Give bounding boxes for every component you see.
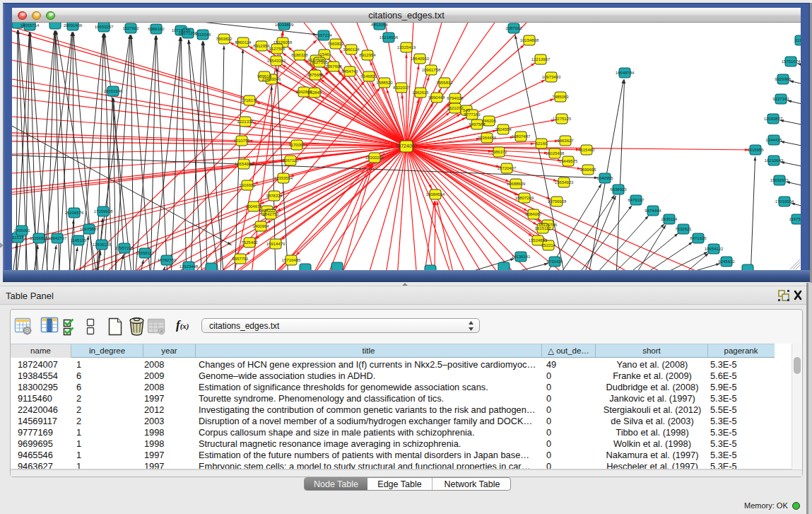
svg-text:10961758: 10961758 <box>422 68 441 72</box>
svg-text:9657791: 9657791 <box>232 257 249 261</box>
svg-text:7485063: 7485063 <box>552 95 569 99</box>
svg-text:1733426: 1733426 <box>546 259 563 264</box>
svg-text:746206: 746206 <box>482 119 497 123</box>
svg-text:8322037: 8322037 <box>393 86 410 90</box>
svg-text:2718176: 2718176 <box>241 98 258 103</box>
svg-text:10958117: 10958117 <box>136 251 155 255</box>
svg-text:7386372: 7386372 <box>490 150 507 154</box>
svg-text:1400994: 1400994 <box>252 224 269 228</box>
svg-text:10654985: 10654985 <box>235 162 254 166</box>
svg-text:9146821: 9146821 <box>360 74 377 78</box>
svg-text:6966160: 6966160 <box>148 27 165 31</box>
svg-text:9245612: 9245612 <box>718 259 735 264</box>
svg-text:12213967: 12213967 <box>531 57 551 62</box>
svg-text:1167535: 1167535 <box>789 217 801 221</box>
svg-text:15751074: 15751074 <box>782 59 801 64</box>
svg-text:7955812: 7955812 <box>436 81 453 85</box>
svg-text:13449575: 13449575 <box>559 159 578 163</box>
svg-text:26206576: 26206576 <box>65 211 84 215</box>
svg-text:8454749: 8454749 <box>341 69 358 74</box>
svg-text:7663822: 7663822 <box>327 42 344 46</box>
svg-text:11123: 11123 <box>795 38 801 42</box>
svg-text:10975887: 10975887 <box>80 227 99 231</box>
svg-text:8186328: 8186328 <box>291 53 308 57</box>
svg-text:9329966: 9329966 <box>775 77 792 81</box>
svg-text:242845: 242845 <box>307 90 322 95</box>
svg-text:62160: 62160 <box>536 141 548 146</box>
svg-text:1621072: 1621072 <box>447 106 464 110</box>
svg-text:18724007: 18724007 <box>395 144 417 148</box>
svg-text:10653257: 10653257 <box>95 25 114 29</box>
svg-text:15716485: 15716485 <box>282 258 301 262</box>
svg-text:9990448: 9990448 <box>428 95 445 100</box>
svg-text:10654122: 10654122 <box>705 247 724 251</box>
svg-text:10688609: 10688609 <box>507 182 526 186</box>
svg-text:3875685: 3875685 <box>307 73 324 77</box>
svg-text:1170065: 1170065 <box>289 143 306 147</box>
svg-text:15692971: 15692971 <box>770 178 789 182</box>
svg-text:16210643: 16210643 <box>765 158 784 163</box>
svg-text:989618: 989618 <box>257 74 272 78</box>
svg-text:1010755: 1010755 <box>233 139 250 143</box>
svg-text:7357224: 7357224 <box>315 33 332 37</box>
svg-text:20364456: 20364456 <box>478 136 497 140</box>
svg-text:7515546: 7515546 <box>194 33 211 37</box>
svg-text:10025438: 10025438 <box>546 151 565 156</box>
svg-text:9915371: 9915371 <box>12 235 26 240</box>
svg-text:13524851: 13524851 <box>529 238 548 243</box>
svg-text:12353594: 12353594 <box>274 176 293 180</box>
svg-text:18807249: 18807249 <box>515 196 534 200</box>
svg-text:12923448: 12923448 <box>180 264 199 269</box>
svg-text:8912954: 8912954 <box>359 53 376 57</box>
svg-text:10807487: 10807487 <box>512 134 531 139</box>
svg-text:9463627: 9463627 <box>557 139 574 143</box>
svg-text:252214: 252214 <box>541 243 556 247</box>
svg-text:19756928: 19756928 <box>548 199 567 204</box>
svg-text:7625402: 7625402 <box>241 240 258 245</box>
svg-text:16782759: 16782759 <box>158 258 177 262</box>
svg-text:6794028: 6794028 <box>447 96 464 100</box>
svg-text:13325419: 13325419 <box>397 45 416 49</box>
svg-text:6479197: 6479197 <box>628 198 645 202</box>
svg-text:8813054: 8813054 <box>371 23 388 27</box>
svg-text:11156829: 11156829 <box>30 236 48 240</box>
svg-text:8860124: 8860124 <box>235 40 252 45</box>
svg-text:9084067: 9084067 <box>525 212 542 216</box>
svg-text:14136141: 14136141 <box>512 255 531 259</box>
svg-text:1640955: 1640955 <box>596 176 613 180</box>
svg-text:13654923: 13654923 <box>555 180 574 185</box>
svg-text:1546: 1546 <box>319 52 329 57</box>
svg-text:12505135: 12505135 <box>93 243 112 247</box>
svg-text:9842752: 9842752 <box>262 212 279 216</box>
svg-text:9474444: 9474444 <box>645 209 661 213</box>
svg-text:2935114: 2935114 <box>661 217 678 221</box>
svg-text:6938923: 6938923 <box>610 187 627 192</box>
svg-text:1916682: 1916682 <box>239 183 256 187</box>
svg-text:19218506: 19218506 <box>379 35 399 40</box>
svg-text:12093877: 12093877 <box>764 117 783 121</box>
svg-text:8471626: 8471626 <box>690 236 707 240</box>
svg-text:1221338: 1221338 <box>237 119 254 124</box>
svg-text:8912954: 8912954 <box>253 44 270 48</box>
svg-text:3960124: 3960124 <box>343 47 360 52</box>
svg-text:3878334: 3878334 <box>266 194 283 198</box>
svg-text:1615112: 1615112 <box>535 226 552 230</box>
svg-text:16543362: 16543362 <box>267 59 286 63</box>
svg-text:2087662: 2087662 <box>505 26 522 30</box>
svg-text:17359928: 17359928 <box>94 209 113 214</box>
svg-text:7663822: 7663822 <box>216 37 233 41</box>
svg-text:15720407: 15720407 <box>498 166 517 170</box>
svg-text:17957225: 17957225 <box>115 246 134 250</box>
svg-text:1527602: 1527602 <box>122 26 139 30</box>
svg-text:1588520: 1588520 <box>376 81 393 85</box>
svg-text:16648784: 16648784 <box>616 71 635 75</box>
svg-text:10154808: 10154808 <box>520 38 539 42</box>
svg-text:7632621: 7632621 <box>675 227 692 231</box>
svg-text:9699695: 9699695 <box>579 168 596 172</box>
svg-text:1435001: 1435001 <box>13 228 30 233</box>
svg-text:3824554: 3824554 <box>495 127 512 132</box>
svg-text:9115460: 9115460 <box>579 148 596 152</box>
svg-text:19384554: 19384554 <box>426 192 445 197</box>
svg-text:15226058: 15226058 <box>273 40 293 45</box>
svg-text:1362615: 1362615 <box>412 90 429 95</box>
